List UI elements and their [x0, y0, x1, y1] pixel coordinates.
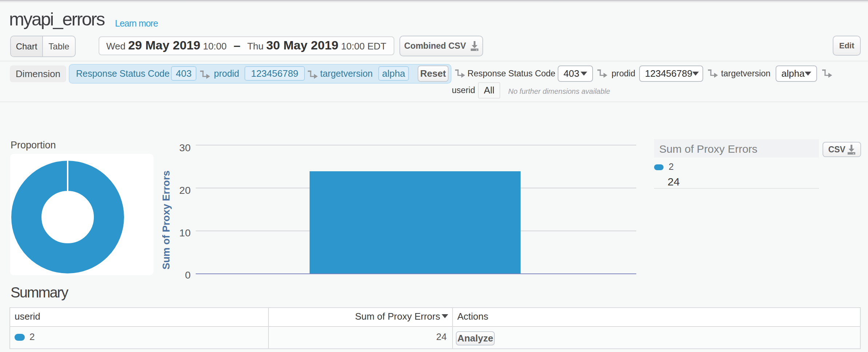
svg-text:Sum of Proxy Errors: Sum of Proxy Errors [161, 171, 172, 269]
